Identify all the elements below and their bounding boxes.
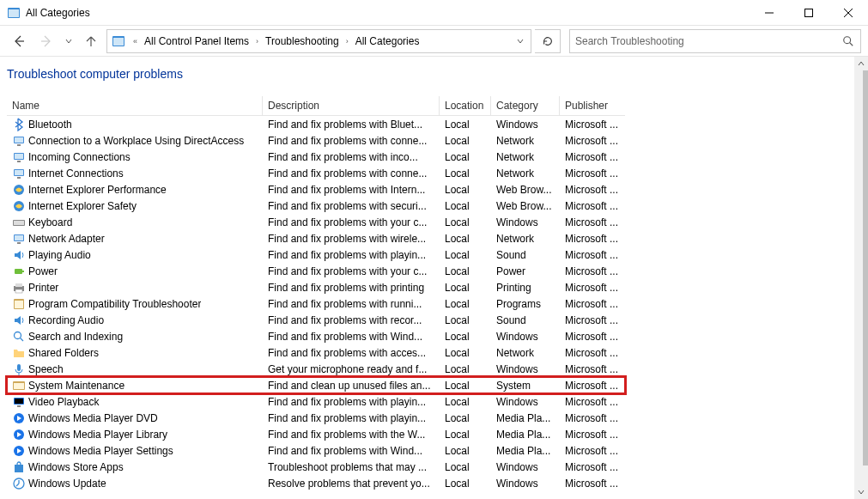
table-row[interactable]: KeyboardFind and fix problems with your … <box>7 214 625 230</box>
cell-publisher: Microsoft ... <box>560 380 625 392</box>
cell-publisher: Microsoft ... <box>560 396 625 408</box>
scroll-down-button[interactable] <box>854 485 868 499</box>
refresh-button[interactable] <box>535 29 561 53</box>
table-row[interactable]: Windows UpdateResolve problems that prev… <box>7 475 625 491</box>
table-row[interactable]: Shared FoldersFind and fix problems with… <box>7 344 625 361</box>
table-row[interactable]: Windows Media Player SettingsFind and fi… <box>7 442 625 459</box>
table-row[interactable]: SpeechGet your microphone ready and f...… <box>7 361 625 377</box>
svg-rect-37 <box>17 364 21 371</box>
table-row[interactable]: PowerFind and fix problems with your c..… <box>7 263 625 279</box>
cell-description: Resolve problems that prevent yo... <box>263 478 440 490</box>
maximize-button[interactable] <box>789 0 829 26</box>
close-button[interactable] <box>829 0 868 26</box>
cell-name: Speech <box>7 362 263 376</box>
svg-point-10 <box>844 36 851 43</box>
cell-publisher: Microsoft ... <box>560 184 625 196</box>
bluetooth-icon <box>12 118 26 131</box>
table-row[interactable]: Connection to a Workplace Using DirectAc… <box>7 132 625 149</box>
row-label: Playing Audio <box>28 249 91 261</box>
table-row[interactable]: Video PlaybackFind and fix problems with… <box>7 393 625 410</box>
table-row[interactable]: Windows Store AppsTroubleshoot problems … <box>7 459 625 475</box>
table-row[interactable]: Internet Explorer PerformanceFind and fi… <box>7 181 625 198</box>
scroll-up-button[interactable] <box>854 57 868 70</box>
cell-description: Find and fix problems with your c... <box>263 265 440 277</box>
svg-rect-24 <box>14 221 24 225</box>
up-button[interactable] <box>79 29 103 53</box>
history-dropdown[interactable] <box>62 29 76 53</box>
breadcrumb-item[interactable]: All Categories <box>352 33 423 49</box>
table-row[interactable]: PrinterFind and fix problems with printi… <box>7 279 625 295</box>
table-row[interactable]: Windows Media Player LibraryFind and fix… <box>7 426 625 442</box>
cell-name: Connection to a Workplace Using DirectAc… <box>7 134 263 148</box>
cell-publisher: Microsoft ... <box>560 412 625 424</box>
svg-rect-26 <box>15 235 23 240</box>
cell-name: Windows Media Player Settings <box>7 444 263 458</box>
wmp-icon <box>12 428 26 441</box>
svg-line-11 <box>850 42 853 46</box>
back-button[interactable] <box>7 29 31 53</box>
breadcrumb-prefix-chevron[interactable]: « <box>130 37 141 46</box>
table-row[interactable]: BluetoothFind and fix problems with Blue… <box>7 116 625 132</box>
svg-rect-27 <box>17 242 21 244</box>
address-bar[interactable]: « All Control Panel Items › Troubleshoot… <box>106 29 531 53</box>
cell-publisher: Microsoft ... <box>560 331 625 343</box>
search-box[interactable] <box>569 29 861 53</box>
network-icon <box>12 150 26 164</box>
table-row[interactable]: Recording AudioFind and fix problems wit… <box>7 312 625 328</box>
chevron-right-icon[interactable]: › <box>343 37 352 46</box>
row-label: Program Compatibility Troubleshooter <box>28 298 201 310</box>
cell-description: Find and fix problems with runni... <box>263 298 440 310</box>
search-input[interactable] <box>570 35 836 47</box>
table-row[interactable]: Internet Explorer SafetyFind and fix pro… <box>7 198 625 214</box>
cell-category: Printing <box>491 282 560 294</box>
scroll-thumb[interactable] <box>863 70 868 466</box>
table-row[interactable]: Playing AudioFind and fix problems with … <box>7 246 625 263</box>
address-dropdown[interactable] <box>512 31 529 52</box>
chevron-right-icon[interactable]: › <box>252 37 262 46</box>
forward-button[interactable] <box>34 29 58 53</box>
keyboard-icon <box>12 216 26 229</box>
table-row[interactable]: Network AdapterFind and fix problems wit… <box>7 230 625 246</box>
column-header-description[interactable]: Description <box>263 96 440 115</box>
row-label: Recording Audio <box>28 314 104 326</box>
minimize-button[interactable] <box>750 0 789 26</box>
row-label: Connection to a Workplace Using DirectAc… <box>28 135 244 147</box>
table-row[interactable]: Program Compatibility TroubleshooterFind… <box>7 295 625 312</box>
power-icon <box>12 265 26 278</box>
troubleshooter-table: Name Description Location Category Publi… <box>7 96 625 491</box>
cell-location: Local <box>440 314 491 326</box>
cell-name: Video Playback <box>7 395 263 409</box>
cell-category: Network <box>491 135 560 147</box>
svg-rect-47 <box>15 465 23 472</box>
svg-rect-17 <box>17 161 21 162</box>
svg-rect-32 <box>15 289 22 293</box>
table-row[interactable]: System MaintenanceFind and clean up unus… <box>7 377 625 393</box>
cell-name: Internet Explorer Performance <box>7 183 263 197</box>
cell-description: Find and fix problems with playin... <box>263 412 440 424</box>
column-header-publisher[interactable]: Publisher <box>560 96 625 115</box>
breadcrumb-item[interactable]: All Control Panel Items <box>141 33 252 49</box>
table-row[interactable]: Incoming ConnectionsFind and fix problem… <box>7 149 625 165</box>
cell-publisher: Microsoft ... <box>560 200 625 212</box>
svg-rect-20 <box>17 177 21 179</box>
vertical-scrollbar[interactable] <box>854 57 868 499</box>
row-label: Speech <box>28 363 64 375</box>
cell-name: Keyboard <box>7 216 263 229</box>
column-header-category[interactable]: Category <box>491 96 560 115</box>
search-icon[interactable] <box>836 30 860 52</box>
cell-description: Find and fix problems with Wind... <box>263 445 440 457</box>
row-label: Internet Explorer Safety <box>28 200 137 212</box>
column-header-name[interactable]: Name <box>7 96 263 115</box>
row-label: Windows Media Player DVD <box>28 412 158 424</box>
breadcrumb-item[interactable]: Troubleshooting <box>262 33 343 49</box>
column-header-location[interactable]: Location <box>440 96 491 115</box>
cell-location: Local <box>440 135 491 147</box>
table-row[interactable]: Windows Media Player DVDFind and fix pro… <box>7 410 625 426</box>
svg-rect-40 <box>14 383 24 389</box>
cell-description: Find and fix problems with playin... <box>263 249 440 261</box>
cell-category: Web Brow... <box>491 200 560 212</box>
table-row[interactable]: Internet ConnectionsFind and fix problem… <box>7 165 625 181</box>
cell-publisher: Microsoft ... <box>560 363 625 375</box>
svg-point-35 <box>15 332 21 338</box>
table-row[interactable]: Search and IndexingFind and fix problems… <box>7 328 625 344</box>
